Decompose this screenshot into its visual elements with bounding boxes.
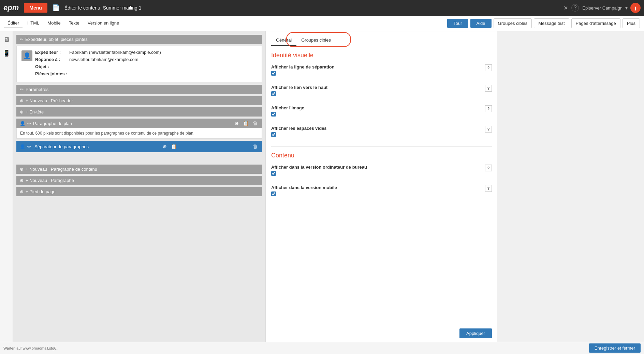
mobile-icon[interactable]: 📱: [1, 48, 12, 58]
enregistrer-button[interactable]: Enregistrer et fermer: [589, 343, 641, 353]
editor-panel: ✏ Expéditeur, objet, pièces jointes 👤 Ex…: [13, 31, 265, 342]
setting-lien-haut-label: Afficher le lien vers le haut: [271, 85, 482, 90]
desktop-icon[interactable]: 🖥: [2, 35, 11, 45]
setting-separation-content: Afficher la ligne de séparation: [271, 64, 482, 77]
paragraphe-plan-bar[interactable]: 👤 ✏ Paragraphe de plan ⊕ 📋 🗑: [16, 119, 262, 128]
tab-mobile[interactable]: Mobile: [44, 18, 64, 28]
separateur-item: 👤 ✏ Séparateur de paragraphes ⊕ 📋 🗑: [16, 141, 262, 152]
groupes-cibles-button[interactable]: Groupes cibles: [494, 18, 532, 28]
pied-page-bar[interactable]: ⊕ + Pied de page: [16, 187, 262, 196]
setting-separation: Afficher la ligne de séparation ?: [271, 64, 492, 79]
setting-separation-checkbox[interactable]: [271, 71, 276, 76]
setting-separation-label: Afficher la ligne de séparation: [271, 64, 482, 70]
tab-html[interactable]: HTML: [24, 18, 43, 28]
nav-right: Episerver Campaign ▾ j: [582, 3, 641, 13]
section-contenu: Contenu Afficher dans la version ordinat…: [271, 152, 492, 200]
pages-atterrissage-button[interactable]: Pages d'atterrissage: [571, 18, 620, 28]
document-icon-button[interactable]: 📄: [51, 3, 61, 13]
copy-icon-button[interactable]: 📋: [242, 121, 250, 126]
parametres-bar[interactable]: ✏ Paramètres: [16, 85, 262, 94]
user-avatar[interactable]: j: [630, 3, 641, 13]
entete-label: + En-tête: [26, 109, 44, 114]
paragraphe-plan-item: 👤 ✏ Paragraphe de plan ⊕ 📋 🗑 En tout, 60…: [16, 119, 262, 139]
aide-button[interactable]: Aide: [470, 19, 492, 28]
user-icon: 👤: [20, 121, 25, 126]
logo: epm: [3, 3, 19, 12]
setting-espaces-content: Afficher les espaces vides: [271, 126, 482, 138]
toolbar-actions: Tour Aide Groupes cibles Message test Pa…: [447, 18, 640, 28]
pencil-icon: ✏: [20, 87, 24, 92]
delete-icon-button[interactable]: 🗑: [252, 144, 259, 149]
tab-version-en-ligne[interactable]: Version en ligne: [84, 18, 123, 28]
right-panel-footer: Appliquer: [266, 325, 497, 342]
plus-icon: ⊕: [20, 178, 24, 183]
message-test-button[interactable]: Message test: [534, 18, 569, 28]
setting-lien-haut: Afficher le lien vers le haut ?: [271, 85, 492, 100]
pieces-label: Pièces jointes :: [35, 71, 69, 76]
nav-dropdown-button[interactable]: ▾: [625, 5, 628, 11]
tab-texte[interactable]: Texte: [65, 18, 83, 28]
section-identite: Identité visuelle Afficher la ligne de s…: [271, 52, 492, 141]
pencil-icon: ✏: [20, 37, 23, 42]
help-button-separation[interactable]: ?: [485, 64, 492, 71]
pied-page-item: ⊕ + Pied de page: [16, 187, 262, 196]
setting-image-label: Afficher l'image: [271, 105, 482, 110]
appliquer-button[interactable]: Appliquer: [459, 328, 492, 338]
copy-icon-button[interactable]: 📋: [170, 144, 178, 149]
setting-image: Afficher l'image ?: [271, 105, 492, 120]
add-icon-button[interactable]: ⊕: [162, 144, 168, 149]
entete-bar[interactable]: ⊕ + En-tête: [16, 107, 262, 117]
plus-button[interactable]: Plus: [623, 18, 640, 28]
main-content: 🖥 📱 ✏ Expéditeur, objet, pièces jointes …: [0, 31, 644, 342]
help-button-lien-haut[interactable]: ?: [485, 85, 492, 92]
tour-button[interactable]: Tour: [447, 19, 468, 28]
toolbar: Éditer HTML Mobile Texte Version en lign…: [0, 16, 644, 31]
tab-groupes-cibles[interactable]: Groupes cibles: [296, 35, 336, 46]
nouveau-paragraphe-bar[interactable]: ⊕ + Nouveau : Paragraphe: [16, 176, 262, 185]
pencil-icon: ✏: [27, 144, 31, 149]
add-icon-button[interactable]: ⊕: [234, 121, 240, 126]
bottom-bar-right: Enregistrer et fermer: [589, 343, 641, 353]
sender-reponse-row: Réponse à : newsletter.fabrikam@example.…: [35, 57, 257, 62]
parametres-label: Paramètres: [26, 87, 48, 92]
help-button-mobile[interactable]: ?: [485, 185, 492, 192]
preheader-item: ⊕ + Nouveau : Pré-header: [16, 96, 262, 105]
sender-bar[interactable]: ✏ Expéditeur, objet, pièces jointes: [16, 35, 262, 44]
pied-page-label: + Pied de page: [26, 189, 56, 194]
separateur-bar[interactable]: 👤 ✏ Séparateur de paragraphes ⊕ 📋 🗑: [16, 141, 262, 152]
parametres-item: ✏ Paramètres: [16, 85, 262, 94]
help-button-image[interactable]: ?: [485, 105, 492, 112]
nouveau-contenu-item: ⊕ + Nouveau : Paragraphe de contenu: [16, 165, 262, 174]
sender-bar-label: Expéditeur, objet, pièces jointes: [25, 37, 88, 42]
left-sidebar: 🖥 📱: [0, 31, 13, 342]
setting-ordinateur-checkbox[interactable]: [271, 171, 276, 176]
top-navigation: epm Menu 📄 Éditer le contenu: Summer mai…: [0, 0, 644, 16]
setting-espaces-label: Afficher les espaces vides: [271, 126, 482, 131]
reponse-label: Réponse à :: [35, 57, 69, 62]
preheader-bar[interactable]: ⊕ + Nouveau : Pré-header: [16, 96, 262, 105]
expediteur-value: Fabrikam (newsletter.fabrikam@example.co…: [69, 50, 161, 55]
right-panel-body: Identité visuelle Afficher la ligne de s…: [266, 46, 497, 325]
help-icon-button[interactable]: ?: [571, 4, 579, 12]
close-button[interactable]: ✕: [564, 5, 568, 11]
setting-ordinateur: Afficher dans la version ordinateur de b…: [271, 165, 492, 180]
tab-editer[interactable]: Éditer: [4, 18, 23, 28]
setting-lien-haut-checkbox[interactable]: [271, 91, 276, 96]
setting-mobile-checkbox[interactable]: [271, 191, 276, 196]
help-button-ordinateur[interactable]: ?: [485, 165, 492, 171]
episerver-label: Episerver Campaign: [582, 5, 623, 11]
delete-icon-button[interactable]: 🗑: [252, 121, 259, 126]
avatar-icon: 👤: [21, 50, 32, 61]
sender-avatar: 👤: [21, 50, 32, 61]
setting-espaces-checkbox[interactable]: [271, 132, 276, 137]
help-button-espaces[interactable]: ?: [485, 126, 492, 133]
blue-bar: [181, 143, 250, 150]
tab-general[interactable]: Général: [271, 35, 296, 46]
setting-image-checkbox[interactable]: [271, 112, 276, 117]
menu-button[interactable]: Menu: [24, 3, 47, 13]
setting-mobile: Afficher dans la version mobile ?: [271, 185, 492, 200]
nouveau-contenu-bar[interactable]: ⊕ + Nouveau : Paragraphe de contenu: [16, 165, 262, 174]
plus-icon: ⊕: [20, 167, 24, 172]
setting-image-content: Afficher l'image: [271, 105, 482, 118]
objet-label: Objet :: [35, 64, 69, 69]
